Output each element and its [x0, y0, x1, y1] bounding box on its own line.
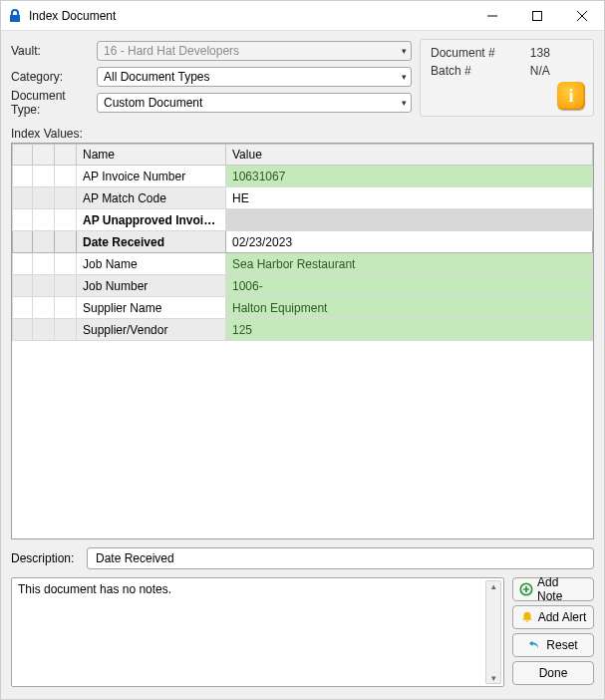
- scroll-down-icon[interactable]: ▾: [491, 673, 496, 683]
- row-name: Job Name: [77, 253, 226, 275]
- row-selector: [13, 209, 33, 231]
- row-flag: [55, 253, 77, 275]
- docnum-value: 138: [530, 46, 585, 60]
- row-value[interactable]: [226, 231, 593, 253]
- row-flag: [33, 319, 55, 341]
- svg-rect-0: [532, 11, 541, 20]
- close-button[interactable]: [559, 1, 604, 31]
- row-name: Job Number: [77, 275, 226, 297]
- grid-header-blank3[interactable]: [55, 145, 77, 166]
- row-name: Supplier/Vendor: [77, 319, 226, 341]
- row-flag: [55, 166, 77, 187]
- done-button[interactable]: Done: [512, 661, 594, 685]
- row-value[interactable]: Sea Harbor Restaurant: [226, 253, 593, 275]
- row-flag: [33, 297, 55, 319]
- batch-label: Batch #: [431, 64, 522, 78]
- row-name: AP Unapproved Invoice...: [77, 209, 226, 231]
- scrollbar[interactable]: ▴ ▾: [485, 580, 501, 684]
- row-name: Date Received: [77, 231, 226, 253]
- add-note-button[interactable]: Add Note: [512, 577, 594, 601]
- row-selector: [13, 187, 33, 209]
- scroll-up-icon[interactable]: ▴: [491, 581, 496, 591]
- row-flag: [33, 166, 55, 187]
- maximize-button[interactable]: [514, 1, 559, 31]
- row-value[interactable]: HE: [226, 187, 593, 209]
- reset-button[interactable]: Reset: [512, 633, 594, 657]
- row-flag: [33, 275, 55, 297]
- row-selector: [13, 231, 33, 253]
- row-flag: [33, 187, 55, 209]
- row-flag: [55, 319, 77, 341]
- minimize-button[interactable]: [469, 1, 514, 31]
- plus-circle-icon: [519, 582, 533, 596]
- row-selector: [13, 166, 33, 187]
- row-value[interactable]: 10631067: [226, 166, 593, 187]
- table-row[interactable]: Supplier/Vendor125: [13, 319, 593, 341]
- doctype-dropdown[interactable]: Custom Document ▾: [97, 93, 412, 113]
- bell-icon: [520, 610, 534, 624]
- row-name: AP Invoice Number: [77, 166, 226, 187]
- row-name: Supplier Name: [77, 297, 226, 319]
- chevron-down-icon: ▾: [402, 98, 407, 108]
- row-name: AP Match Code: [77, 187, 226, 209]
- row-selector: [13, 297, 33, 319]
- row-value[interactable]: Halton Equipment: [226, 297, 593, 319]
- row-flag: [33, 231, 55, 253]
- grid-header-blank2[interactable]: [33, 145, 55, 166]
- doctype-value: Custom Document: [104, 96, 202, 110]
- row-flag: [55, 297, 77, 319]
- table-row[interactable]: AP Invoice Number10631067: [13, 166, 593, 187]
- vault-value: 16 - Hard Hat Developers: [104, 44, 239, 58]
- row-value[interactable]: 1006-: [226, 275, 593, 297]
- batch-value: N/A: [530, 64, 585, 78]
- index-values-grid[interactable]: Name Value AP Invoice Number10631067AP M…: [11, 143, 594, 539]
- add-alert-button[interactable]: Add Alert: [512, 605, 594, 629]
- table-row[interactable]: Supplier NameHalton Equipment: [13, 297, 593, 319]
- vault-dropdown: 16 - Hard Hat Developers ▾: [97, 41, 412, 61]
- category-dropdown[interactable]: All Document Types ▾: [97, 67, 412, 87]
- row-flag: [55, 231, 77, 253]
- grid-header-row: Name Value: [13, 145, 593, 166]
- grid-header-name[interactable]: Name: [77, 145, 226, 166]
- vault-label: Vault:: [11, 44, 97, 58]
- doctype-label: Document Type:: [11, 89, 97, 117]
- chevron-down-icon: ▾: [402, 72, 407, 82]
- row-value[interactable]: 125: [226, 319, 593, 341]
- info-icon[interactable]: i: [557, 82, 585, 110]
- row-flag: [55, 275, 77, 297]
- row-flag: [33, 209, 55, 231]
- grid-header-value[interactable]: Value: [226, 145, 593, 166]
- table-row[interactable]: AP Unapproved Invoice...: [13, 209, 593, 231]
- chevron-down-icon: ▾: [402, 46, 407, 56]
- window-title: Index Document: [29, 9, 469, 23]
- row-selector: [13, 275, 33, 297]
- table-row[interactable]: Job NameSea Harbor Restaurant: [13, 253, 593, 275]
- index-values-label: Index Values:: [11, 127, 594, 141]
- titlebar: Index Document: [1, 1, 604, 31]
- description-value: Date Received: [96, 551, 174, 565]
- lock-icon: [7, 8, 23, 24]
- docnum-label: Document #: [431, 46, 522, 60]
- category-value: All Document Types: [104, 70, 210, 84]
- form-area: Vault: 16 - Hard Hat Developers ▾ Catego…: [11, 39, 412, 117]
- table-row[interactable]: Job Number 1006-: [13, 275, 593, 297]
- row-selector: [13, 253, 33, 275]
- row-selector: [13, 319, 33, 341]
- row-value[interactable]: [226, 209, 593, 231]
- undo-arrow-icon: [528, 638, 542, 652]
- notes-text: This document has no notes.: [18, 582, 171, 596]
- row-flag: [55, 187, 77, 209]
- info-box: Document # 138 Batch # N/A i: [420, 39, 594, 117]
- row-flag: [33, 253, 55, 275]
- table-row[interactable]: Date Received: [13, 231, 593, 253]
- description-label: Description:: [11, 551, 87, 565]
- grid-header-blank1[interactable]: [13, 145, 33, 166]
- category-label: Category:: [11, 70, 97, 84]
- row-flag: [55, 209, 77, 231]
- table-row[interactable]: AP Match CodeHE: [13, 187, 593, 209]
- notes-box[interactable]: This document has no notes. ▴ ▾: [11, 577, 504, 687]
- description-field[interactable]: Date Received: [87, 547, 594, 569]
- value-input[interactable]: [232, 235, 586, 249]
